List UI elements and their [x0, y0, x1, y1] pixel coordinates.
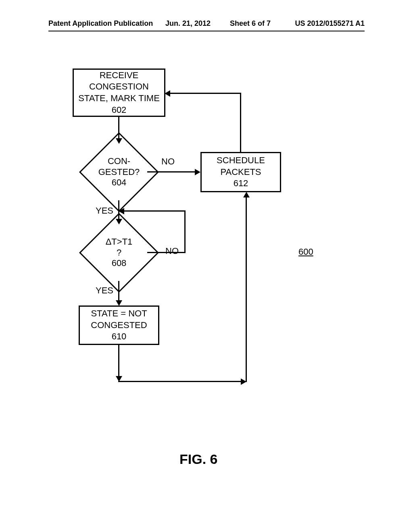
node-602-line1: RECEIVE	[100, 70, 139, 81]
page-header: Patent Application Publication Jun. 21, …	[0, 19, 413, 31]
node-608-line2: ?	[117, 247, 121, 258]
node-608-line1: ΔT>T1	[106, 237, 133, 247]
node-610-ref: 610	[112, 331, 127, 343]
node-608-ref: 608	[112, 258, 127, 268]
node-610-state-not-congested: STATE = NOT CONGESTED 610	[79, 305, 159, 345]
edge-608-yes-label: YES	[96, 285, 113, 296]
edge-604-no-label: NO	[161, 156, 175, 167]
node-604-line2: GESTED?	[98, 167, 140, 177]
node-612-line1: SCHEDULE	[217, 155, 265, 166]
figure-reference-600: 600	[298, 247, 313, 257]
header-pubno: US 2012/0155271 A1	[295, 19, 365, 28]
node-612-schedule-packets: SCHEDULE PACKETS 612	[200, 152, 281, 192]
header-date: Jun. 21, 2012	[165, 19, 211, 28]
node-604-ref: 604	[112, 177, 127, 188]
node-608-deltat-decision: ΔT>T1 ? 608	[91, 224, 147, 281]
node-604-line1: CON-	[108, 156, 130, 166]
header-sheet: Sheet 6 of 7	[230, 19, 271, 28]
figure-caption: FIG. 6	[179, 451, 217, 467]
node-610-line2: CONGESTED	[91, 320, 147, 331]
flowchart: RECEIVE CONGESTION STATE, MARK TIME 602 …	[48, 60, 365, 492]
header-publication: Patent Application Publication	[48, 19, 153, 28]
node-602-ref: 602	[112, 104, 127, 116]
node-612-line2: PACKETS	[220, 166, 261, 178]
edge-604-yes-label: YES	[96, 206, 113, 216]
edge-608-no-label: NO	[165, 246, 179, 256]
node-604-congested-decision: CON- GESTED? 604	[91, 144, 147, 200]
node-602-line3: STATE, MARK TIME	[78, 93, 160, 104]
node-610-line1: STATE = NOT	[91, 308, 147, 320]
node-602-line2: CONGESTION	[89, 81, 149, 93]
node-602-receive-congestion: RECEIVE CONGESTION STATE, MARK TIME 602	[73, 69, 165, 117]
node-612-ref: 612	[234, 178, 248, 189]
